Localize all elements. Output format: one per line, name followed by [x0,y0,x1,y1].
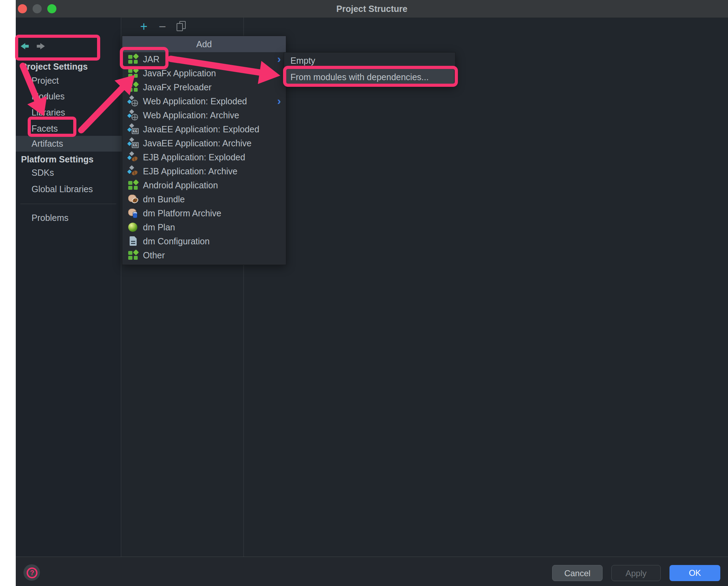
artifact-icon [128,68,138,78]
help-button[interactable]: ? [23,564,40,581]
project-settings-header: Project Settings [16,61,126,72]
remove-artifact-button[interactable]: − [159,20,166,34]
chevron-right-icon: › [277,52,281,66]
artifact-icon [128,180,138,190]
forward-arrow-icon[interactable] [36,43,45,49]
web-app-icon [128,96,138,106]
jar-submenu: Empty From modules with dependencies... [284,52,455,86]
web-app-icon [128,110,138,120]
back-arrow-icon[interactable] [21,43,29,49]
add-popup-menu: Add JAR › JavaFx Application JavaFx Prel… [122,36,286,265]
plus-icon: + [140,19,147,34]
add-artifact-button[interactable]: + [140,20,147,34]
menu-item-ejb-application-archive[interactable]: EJB Application: Archive [122,164,286,178]
copy-artifact-button[interactable] [176,21,187,32]
menu-item-dm-bundle[interactable]: dm Bundle [122,192,286,206]
artifact-icon [128,250,138,260]
chevron-right-icon: › [277,94,281,108]
menu-item-web-application-exploded[interactable]: Web Application: Exploded › [122,94,286,108]
dm-plan-icon [128,222,138,232]
titlebar: Project Structure [16,0,728,18]
add-menu-header: Add [122,36,286,52]
menu-item-web-application-archive[interactable]: Web Application: Archive [122,108,286,122]
sidebar-item-sdks[interactable]: SDKs [16,167,137,178]
javaee-app-icon [128,138,138,148]
sidebar-item-global-libraries[interactable]: Global Libraries [16,184,137,194]
menu-item-javaee-application-exploded[interactable]: JavaEE Application: Exploded [122,122,286,136]
menu-item-javaee-application-archive[interactable]: JavaEE Application: Archive [122,136,286,150]
window-title: Project Structure [16,0,728,18]
ejb-app-icon [128,152,138,162]
artifact-icon [128,82,138,92]
sidebar-divider [20,204,116,204]
menu-item-dm-plan[interactable]: dm Plan [122,220,286,234]
menu-item-javafx-preloader[interactable]: JavaFx Preloader [122,80,286,94]
menu-item-dm-platform-archive[interactable]: dm Platform Archive [122,206,286,220]
menu-item-dm-configuration[interactable]: dm Configuration [122,234,286,248]
sidebar-item-project[interactable]: Project [16,75,137,86]
artifact-icon [128,54,138,64]
dm-configuration-icon [128,236,138,246]
apply-button[interactable]: Apply [611,565,661,581]
menu-item-javafx-application[interactable]: JavaFx Application [122,66,286,80]
menu-item-android-application[interactable]: Android Application [122,178,286,192]
menu-item-ejb-application-exploded[interactable]: EJB Application: Exploded [122,150,286,164]
screenshot-canvas: Project Structure Project Settings Proje… [0,0,728,586]
menu-item-jar[interactable]: JAR › [122,52,286,66]
submenu-item-from-modules-with-dependencies[interactable]: From modules with dependencies... [285,69,454,85]
cancel-button[interactable]: Cancel [552,565,603,581]
platform-settings-header: Platform Settings [16,154,126,165]
dm-bundle-icon [128,194,138,204]
settings-sidebar: Project Settings Project Modules Librari… [16,18,121,557]
javaee-app-icon [128,124,138,134]
menu-item-other[interactable]: Other [122,248,286,262]
sidebar-item-facets[interactable]: Facets [16,123,137,134]
submenu-item-empty[interactable]: Empty [284,53,455,69]
dm-platform-archive-icon [128,208,138,218]
minus-icon: − [159,19,166,34]
ejb-app-icon [128,166,138,176]
help-question-icon: ? [27,567,37,578]
ok-button[interactable]: OK [669,565,720,581]
sidebar-item-modules[interactable]: Modules [16,91,137,102]
sidebar-item-artifacts[interactable]: Artifacts [16,136,137,152]
sidebar-item-libraries[interactable]: Libraries [16,107,137,118]
project-structure-window: Project Structure Project Settings Proje… [16,0,728,586]
sidebar-panel-divider [121,18,121,557]
sidebar-item-problems[interactable]: Problems [16,212,137,223]
